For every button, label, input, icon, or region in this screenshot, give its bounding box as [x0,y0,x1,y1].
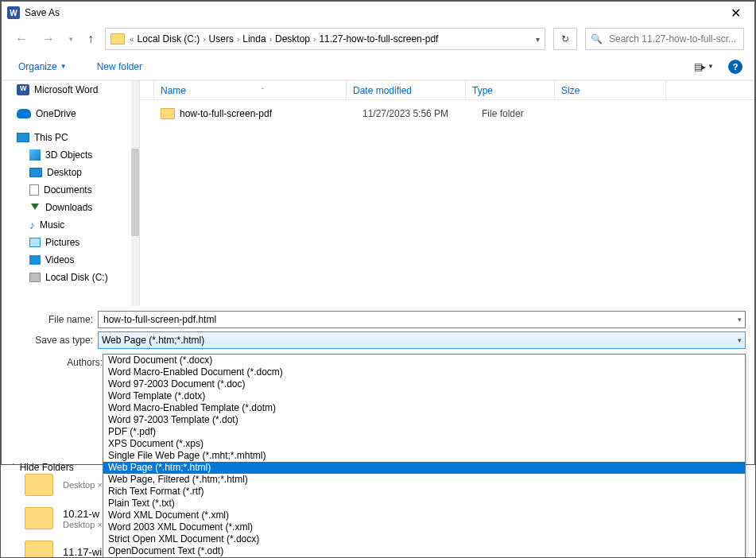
chevron-right-icon: › [203,35,205,44]
tree-label: 3D Objects [45,149,92,161]
pc-icon [17,133,29,142]
navigation-row: ← → ▾ ↑ « Local Disk (C:) › Users › Lind… [1,25,755,53]
dropdown-option[interactable]: OpenDocument Text (*.odt) [103,545,745,557]
saveastype-dropdown[interactable]: Word Document (*.docx)Word Macro-Enabled… [103,354,746,558]
tree-item-downloads[interactable]: Downloads [1,199,139,216]
column-date[interactable]: Date modified [347,81,466,99]
dropdown-option[interactable]: XPS Document (*.xps) [103,438,745,450]
up-button[interactable]: ↑ [84,30,97,48]
breadcrumb-item[interactable]: Desktop [275,33,310,45]
dropdown-option[interactable]: Word Document (*.docx) [103,355,745,366]
dropdown-option[interactable]: Word Template (*.dotx) [103,390,745,402]
window-title: Save As [25,7,60,18]
videos-icon [29,255,41,265]
tree-item-documents[interactable]: Documents [1,181,139,199]
dropdown-option[interactable]: Word 97-2003 Document (*.doc) [103,378,745,390]
tree-item-localdisk[interactable]: Local Disk (C:) [1,269,139,286]
filename-input-wrapper[interactable]: ▾ [98,311,746,328]
tree-label: Music [40,219,64,231]
dropdown-option[interactable]: PDF (*.pdf) [103,426,745,438]
file-row[interactable]: how-to-full-screen-pdf 11/27/2023 5:56 P… [140,105,755,122]
caret-up-icon: ˆ [186,87,339,95]
music-icon: ♪ [29,219,35,231]
view-options-button[interactable]: ▤▸ ▼ [689,58,719,76]
tree-label: Local Disk (C:) [45,272,108,283]
word-icon [17,84,29,95]
refresh-button[interactable]: ↻ [553,28,577,50]
breadcrumb-item[interactable]: Local Disk (C:) [138,33,200,45]
tree-label: OneDrive [36,108,76,119]
breadcrumb-item[interactable]: Users [209,33,234,45]
chevron-down-icon: ▼ [708,63,714,70]
organize-button[interactable]: Organize ▼ [14,58,72,76]
file-date-cell: 11/27/2023 5:56 PM [356,108,475,119]
tree-item-onedrive[interactable]: OneDrive [1,105,139,122]
chevron-down-icon[interactable]: ▾ [738,316,742,324]
saveastype-select[interactable]: Web Page (*.htm;*.html) ▾ [98,331,746,349]
pictures-icon [29,238,41,247]
chevron-right-icon: › [313,35,316,44]
breadcrumb-item[interactable]: 11.27-how-to-full-screen-pdf [319,33,438,45]
column-size[interactable]: Size [555,81,666,99]
dropdown-option[interactable]: Word 97-2003 Template (*.dot) [103,414,745,426]
desktop-icon [29,168,42,177]
tree-item-3dobjects[interactable]: 3D Objects [1,146,139,164]
folder-icon [110,33,125,45]
file-type-cell: File folder [475,108,564,119]
tree-label: Downloads [45,202,92,213]
close-button[interactable]: ✕ [723,2,749,24]
bg-name: 11.17-wi [63,546,102,558]
tree-item-pictures[interactable]: Pictures [1,234,139,251]
recent-dropdown[interactable]: ▾ [66,33,76,45]
filename-input[interactable] [102,313,738,326]
column-name[interactable]: Nameˆ [154,81,347,99]
dropdown-option[interactable]: Word 2003 XML Document (*.xml) [103,521,745,533]
dropdown-option[interactable]: Word Macro-Enabled Document (*.docm) [103,366,745,378]
tree-item-desktop[interactable]: Desktop [1,164,139,181]
disk-icon [29,273,41,282]
file-list-area: Nameˆ Date modified Type Size how-to-ful… [140,81,755,306]
search-icon: 🔍 [591,33,603,45]
new-folder-button[interactable]: New folder [92,58,147,76]
dropdown-option[interactable]: Word Macro-Enabled Template (*.dotm) [103,402,745,414]
tree-item-word[interactable]: Microsoft Word [1,81,139,99]
help-button[interactable]: ? [728,60,742,74]
column-type[interactable]: Type [466,81,555,99]
scrollbar-thumb[interactable] [131,149,139,236]
back-button[interactable]: ← [12,30,31,48]
new-folder-label: New folder [97,61,142,72]
search-box[interactable]: 🔍 [585,28,744,50]
file-name: how-to-full-screen-pdf [180,108,272,119]
dropdown-option[interactable]: Rich Text Format (*.rtf) [103,486,745,498]
cube-icon [29,149,41,161]
tree-item-thispc[interactable]: This PC [1,129,139,146]
tree-label: Microsoft Word [34,84,98,95]
titlebar: W Save As ✕ [1,1,755,25]
authors-label: Authors: [20,357,107,368]
dropdown-option[interactable]: Strict Open XML Document (*.docx) [103,533,745,545]
search-input[interactable] [607,33,739,45]
view-icon: ▤▸ [694,61,704,72]
breadcrumb-item[interactable]: Linda [242,33,266,45]
onedrive-icon [17,109,31,118]
chevron-right-icon: › [237,35,239,44]
chevron-right-icon: « [130,35,134,44]
dropdown-option[interactable]: Single File Web Page (*.mht;*.mhtml) [103,450,745,462]
address-dropdown[interactable]: ▾ [536,35,540,44]
sort-indicator-col [140,81,154,99]
dropdown-option[interactable]: Plain Text (*.txt) [103,498,745,510]
dropdown-option[interactable]: Web Page, Filtered (*.htm;*.html) [103,474,745,486]
dropdown-option[interactable]: Web Page (*.htm;*.html) [103,462,745,474]
bg-loc: Desktop × [63,520,103,529]
chevron-down-icon[interactable]: ▾ [738,336,742,344]
column-headers: Nameˆ Date modified Type Size [140,81,755,100]
tree-item-music[interactable]: ♪Music [1,216,139,234]
main-area: Microsoft Word OneDrive This PC 3D Objec… [1,80,755,306]
toolbar: Organize ▼ New folder ▤▸ ▼ ? [1,53,755,80]
file-name-cell: how-to-full-screen-pdf [154,108,356,119]
address-bar[interactable]: « Local Disk (C:) › Users › Linda › Desk… [105,28,545,50]
navigation-tree[interactable]: Microsoft Word OneDrive This PC 3D Objec… [1,81,140,306]
forward-button[interactable]: → [39,30,58,48]
dropdown-option[interactable]: Word XML Document (*.xml) [103,510,745,521]
tree-item-videos[interactable]: Videos [1,251,139,269]
